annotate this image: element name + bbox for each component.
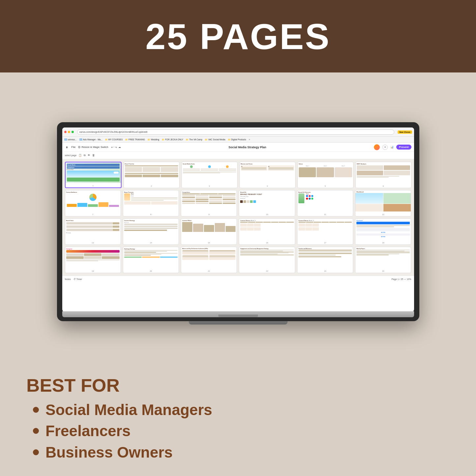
copy-icon[interactable]: 📋 xyxy=(78,154,82,157)
minimize-dot[interactable] xyxy=(68,131,70,133)
user-avatar[interactable] xyxy=(374,144,380,150)
laptop-screen: canva.com/design/DAFvW237ZIoJNtLdph1Krtv… xyxy=(62,127,414,312)
best-for-list: Social Media Managers Freelancers Busine… xyxy=(26,399,450,463)
undo-button[interactable]: ↩ xyxy=(111,146,114,149)
page-thumb-20[interactable]: Hashtag Strategy xyxy=(123,247,179,273)
page-number-5: 5 xyxy=(325,185,326,187)
page-thumb-11[interactable]: Brand Kit Elements Tones xyxy=(297,190,353,216)
page-number-11: 11 xyxy=(324,213,326,215)
page-thumb-1[interactable]: Social Media STRATEGY Business Name xyxy=(65,162,122,188)
page-thumb-12[interactable]: Moodboard 12 xyxy=(355,190,411,216)
page-number-24: 24 xyxy=(382,270,384,272)
chart-icon[interactable]: 📊 xyxy=(390,146,394,149)
bookmark-6[interactable]: 📁 FOR JECKA ONLY xyxy=(162,138,183,141)
delete-icon[interactable]: 🗑 xyxy=(92,154,95,157)
laptop-body: canva.com/design/DAFvW237ZIoJNtLdph1Krtv… xyxy=(57,122,419,321)
folder-icon-2 xyxy=(79,138,82,141)
duplicate-icon[interactable]: ⧉ xyxy=(84,154,86,157)
bullet-3 xyxy=(33,449,39,455)
pages-row-3: Brand Voice xyxy=(65,218,411,245)
page-number-17: 17 xyxy=(324,242,326,244)
bookmark-5[interactable]: 📁 Wedding xyxy=(148,138,159,141)
page-thumb-7[interactable]: Current Audience xyxy=(65,190,121,216)
bookmarks-bar: usiness... Ads Manager - Ma... 📁 MY COUR… xyxy=(62,137,414,143)
new-tab-button[interactable]: New Chrom xyxy=(398,130,412,134)
page-number-14: 14 xyxy=(150,242,152,244)
page-thumb-13[interactable]: Brand Voice xyxy=(65,218,121,245)
laptop-stand xyxy=(189,321,288,324)
laptop-base xyxy=(62,311,414,317)
page-number-15: 15 xyxy=(208,242,210,244)
page-number-4: 4 xyxy=(267,185,268,187)
page-thumb-21[interactable]: Metrics and Key Performance Indicators (… xyxy=(181,247,237,273)
page-number-20: 20 xyxy=(150,270,152,272)
pages-row-4: Instagram xyxy=(65,247,411,273)
close-dot[interactable] xyxy=(64,131,67,133)
top-banner: 25 PAGES xyxy=(0,0,476,72)
page-number-21: 21 xyxy=(208,270,210,272)
page-number-10: 10 xyxy=(266,213,268,215)
resize-icon xyxy=(78,146,81,149)
bookmark-4[interactable]: 📁 FREE TRAINING xyxy=(125,138,145,141)
best-for-item-3: Business Owners xyxy=(33,442,450,463)
zoom-level[interactable]: 10% xyxy=(406,278,411,280)
bottom-bar-left: Notes ⏱ Timer xyxy=(65,278,82,280)
canva-bottom-bar: Notes ⏱ Timer Page 1 / 25 • 10% xyxy=(62,276,414,282)
home-icon[interactable] xyxy=(65,145,69,149)
bookmark-2[interactable]: Ads Manager - Ma... xyxy=(79,138,102,141)
laptop-container: canva.com/design/DAFvW237ZIoJNtLdph1Krtv… xyxy=(57,122,419,324)
page-thumb-15[interactable]: Content Pillars xyxy=(181,218,237,245)
pages-grid: Social Media STRATEGY Business Name xyxy=(62,159,414,276)
bookmark-7[interactable]: 📁 The VA Camp xyxy=(186,138,202,141)
bookmark-8[interactable]: 📁 VAC Social Media xyxy=(205,138,225,141)
page-thumb-23[interactable]: Timeline and Milestones xyxy=(297,247,353,273)
page-number-12: 12 xyxy=(382,213,384,215)
resize-magic-switch[interactable]: Resize & Magic Switch xyxy=(78,146,108,149)
page-thumb-24[interactable]: Monthly Report xyxy=(355,247,411,273)
page-thumb-17[interactable]: Content Planner Week_2_ xyxy=(297,218,353,245)
bullet-1 xyxy=(33,407,39,413)
folder-icon xyxy=(64,138,67,141)
url-text: canva.com/design/DAFvW237ZIoJNtLdph1Krtv… xyxy=(79,131,148,133)
page-number-7: 7 xyxy=(92,213,93,215)
bookmark-3[interactable]: 📁 MY COURSES xyxy=(105,138,123,141)
page-thumb-19[interactable]: Instagram xyxy=(65,247,121,273)
page-thumb-16[interactable]: Content Planner Week_1_ xyxy=(239,218,295,245)
page-thumb-2[interactable]: Brand Timeline xyxy=(124,162,180,188)
page-thumb-4[interactable]: Mission and Vision 01 xyxy=(239,162,295,188)
eye-icon[interactable]: 👁 xyxy=(88,154,90,157)
best-for-label-1: Social Media Managers xyxy=(45,399,212,420)
browser-chrome: canva.com/design/DAFvW237ZIoJNtLdph1Krtv… xyxy=(62,127,414,137)
page-number-3: 3 xyxy=(209,185,210,187)
page-thumb-6[interactable]: SWOT Analysis xyxy=(355,162,411,188)
notes-button[interactable]: Notes xyxy=(65,278,71,280)
bookmark-1[interactable]: usiness... xyxy=(64,138,77,141)
page-thumb-3[interactable]: Social Media Goals xyxy=(182,162,238,188)
laptop-section: canva.com/design/DAFvW237ZIoJNtLdph1Krtv… xyxy=(0,72,476,368)
page-number-6: 6 xyxy=(383,185,384,187)
page-number-16: 16 xyxy=(266,242,268,244)
page-thumb-10[interactable]: Brand Kit BRAND PRIMARY FONT Secondary F… xyxy=(239,190,295,216)
cloud-icon: ☁ xyxy=(118,146,121,149)
page-thumb-8[interactable]: Buyer Persona Name Brand xyxy=(123,190,179,216)
best-for-title: BEST FOR xyxy=(26,375,450,396)
address-bar[interactable]: canva.com/design/DAFvW237ZIoJNtLdph1Krtv… xyxy=(77,129,395,135)
maximize-dot[interactable] xyxy=(71,131,74,133)
best-for-item-2: Freelancers xyxy=(33,420,450,441)
page-number-23: 23 xyxy=(324,270,326,272)
resize-label: Resize & Magic Switch xyxy=(81,146,108,149)
redo-button[interactable]: ↪ xyxy=(115,146,117,149)
page-thumb-5[interactable]: Values Value 1 Value 2 Value 3 xyxy=(297,162,353,188)
bottom-bar-right: Page 1 / 25 • 10% xyxy=(391,278,411,280)
undo-redo-group: ↩ ↪ ☁ xyxy=(111,146,121,149)
page-thumb-14[interactable]: Content Strategy Key Focus xyxy=(123,218,179,245)
page-thumb-9[interactable]: Competitors xyxy=(181,190,237,216)
page-thumb-18[interactable]: Facebook BUTTON xyxy=(355,218,411,245)
file-menu[interactable]: File xyxy=(71,146,76,149)
share-button[interactable]: + xyxy=(382,145,388,150)
page-thumb-22[interactable]: Engagement and Community Management Stra… xyxy=(239,247,295,273)
timer-button[interactable]: ⏱ Timer xyxy=(73,278,82,280)
present-button[interactable]: Present xyxy=(396,145,411,150)
page-number-2: 2 xyxy=(151,185,152,187)
bookmark-9[interactable]: 📁 Digital Products xyxy=(228,138,246,141)
